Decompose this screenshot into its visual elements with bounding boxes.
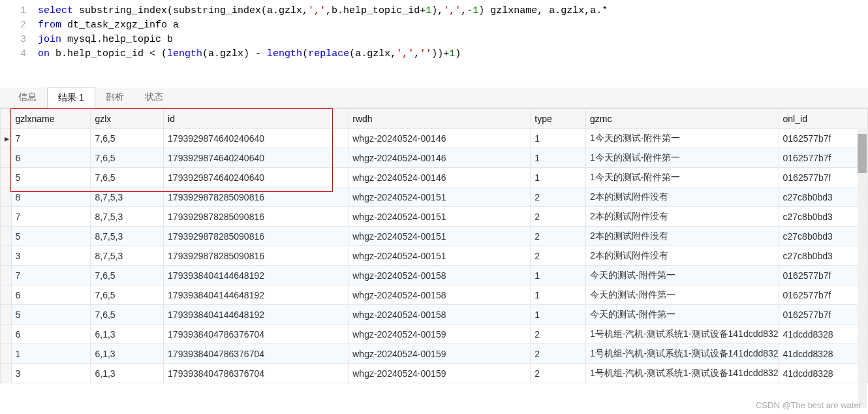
cell-gzlx[interactable]: 6,1,3 (91, 364, 164, 383)
cell-gzlx[interactable]: 6,1,3 (91, 344, 164, 364)
column-header-gzmc[interactable]: gzmc (585, 109, 779, 129)
cell-type[interactable]: 1 (531, 285, 586, 305)
cell-rwdh[interactable]: whgz-20240524-00158 (349, 266, 531, 285)
cell-type[interactable]: 2 (531, 187, 586, 207)
cell-rwdh[interactable]: whgz-20240524-00159 (349, 344, 531, 364)
cell-onl_id[interactable]: 0162577b7f (779, 305, 867, 325)
cell-gzmc[interactable]: 1号机组-汽机-测试系统1-测试设备141dcdd8328 (585, 344, 779, 364)
cell-gzlxname[interactable]: 5 (11, 305, 91, 325)
cell-gzmc[interactable]: 2本的测试附件没有 (585, 187, 779, 207)
cell-gzlx[interactable]: 8,7,5,3 (91, 227, 164, 246)
cell-gzlx[interactable]: 7,6,5 (91, 168, 164, 187)
vertical-scrollbar[interactable] (858, 127, 867, 408)
row-handle[interactable] (1, 285, 12, 305)
column-header-gzlxname[interactable]: gzlxname (11, 109, 91, 129)
cell-gzlxname[interactable]: 5 (11, 227, 91, 246)
cell-gzmc[interactable]: 今天的测试-附件第一 (585, 305, 779, 325)
code-line[interactable]: 2from dt_task_zxgz_info a (0, 18, 868, 33)
code-content[interactable]: join mysql.help_topic b (38, 33, 173, 47)
cell-gzlxname[interactable]: 6 (11, 148, 91, 168)
cell-rwdh[interactable]: whgz-20240524-00146 (349, 148, 531, 168)
cell-rwdh[interactable]: whgz-20240524-00151 (349, 246, 531, 266)
table-row[interactable]: 57,6,51793938404144648192whgz-20240524-0… (1, 305, 868, 325)
cell-rwdh[interactable]: whgz-20240524-00159 (349, 364, 531, 383)
cell-onl_id[interactable]: 0162577b7f (779, 129, 867, 148)
row-handle[interactable] (1, 187, 12, 207)
cell-id[interactable]: 1793929878285090816 (164, 207, 349, 227)
tab-1[interactable]: 结果 1 (47, 88, 95, 108)
row-handle[interactable] (1, 148, 12, 168)
scrollbar-thumb[interactable] (858, 134, 867, 173)
cell-onl_id[interactable]: 0162577b7f (779, 148, 867, 168)
cell-id[interactable]: 1793929874640240640 (164, 148, 349, 168)
cell-rwdh[interactable]: whgz-20240524-00151 (349, 227, 531, 246)
cell-gzmc[interactable]: 今天的测试-附件第一 (585, 285, 779, 305)
table-row[interactable]: ▸77,6,51793929874640240640whgz-20240524-… (1, 129, 868, 148)
table-row[interactable]: 67,6,51793938404144648192whgz-20240524-0… (1, 285, 868, 305)
cell-id[interactable]: 1793929878285090816 (164, 187, 349, 207)
column-header-rwdh[interactable]: rwdh (349, 109, 531, 129)
table-row[interactable]: 67,6,51793929874640240640whgz-20240524-0… (1, 148, 868, 168)
code-line[interactable]: 4on b.help_topic_id < (length(a.gzlx) - … (0, 47, 868, 61)
cell-type[interactable]: 1 (531, 148, 586, 168)
cell-id[interactable]: 1793929878285090816 (164, 227, 349, 246)
cell-type[interactable]: 2 (531, 227, 586, 246)
cell-type[interactable]: 2 (531, 344, 586, 364)
code-content[interactable]: from dt_task_zxgz_info a (38, 18, 179, 33)
cell-onl_id[interactable]: 0162577b7f (779, 285, 867, 305)
cell-gzlx[interactable]: 7,6,5 (91, 266, 164, 285)
cell-gzlx[interactable]: 7,6,5 (91, 305, 164, 325)
cell-id[interactable]: 1793938404786376704 (164, 364, 349, 383)
table-row[interactable]: 88,7,5,31793929878285090816whgz-20240524… (1, 187, 868, 207)
sql-editor[interactable]: 1select substring_index(substring_index(… (0, 0, 868, 88)
code-content[interactable]: select substring_index(substring_index(a… (38, 4, 608, 18)
cell-type[interactable]: 1 (531, 168, 586, 187)
cell-gzlxname[interactable]: 6 (11, 325, 91, 344)
column-header-type[interactable]: type (531, 109, 586, 129)
cell-rwdh[interactable]: whgz-20240524-00159 (349, 325, 531, 344)
code-line[interactable]: 3join mysql.help_topic b (0, 33, 868, 47)
row-handle[interactable] (1, 246, 12, 266)
table-row[interactable]: 58,7,5,31793929878285090816whgz-20240524… (1, 227, 868, 246)
cell-gzlx[interactable]: 7,6,5 (91, 285, 164, 305)
cell-gzlx[interactable]: 8,7,5,3 (91, 187, 164, 207)
cell-gzlx[interactable]: 8,7,5,3 (91, 207, 164, 227)
row-handle[interactable] (1, 207, 12, 227)
cell-gzlxname[interactable]: 7 (11, 129, 91, 148)
table-row[interactable]: 78,7,5,31793929878285090816whgz-20240524… (1, 207, 868, 227)
code-content[interactable]: on b.help_topic_id < (length(a.gzlx) - l… (38, 47, 461, 61)
cell-gzmc[interactable]: 1今天的测试-附件第一 (585, 168, 779, 187)
cell-rwdh[interactable]: whgz-20240524-00158 (349, 285, 531, 305)
cell-rwdh[interactable]: whgz-20240524-00158 (349, 305, 531, 325)
cell-gzlx[interactable]: 6,1,3 (91, 325, 164, 344)
cell-onl_id[interactable]: c27c8b0bd3 (779, 227, 867, 246)
cell-onl_id[interactable]: 0162577b7f (779, 168, 867, 187)
row-handle[interactable] (1, 168, 12, 187)
row-handle[interactable] (1, 266, 12, 285)
cell-type[interactable]: 2 (531, 364, 586, 383)
cell-onl_id[interactable]: c27c8b0bd3 (779, 246, 867, 266)
row-handle[interactable] (1, 364, 12, 383)
cell-gzlx[interactable]: 7,6,5 (91, 148, 164, 168)
cell-id[interactable]: 1793938404144648192 (164, 285, 349, 305)
cell-onl_id[interactable]: c27c8b0bd3 (779, 207, 867, 227)
cell-onl_id[interactable]: 41dcdd8328 (779, 344, 867, 364)
cell-gzlxname[interactable]: 1 (11, 344, 91, 364)
cell-gzmc[interactable]: 1号机组-汽机-测试系统1-测试设备141dcdd8328 (585, 364, 779, 383)
cell-onl_id[interactable]: c27c8b0bd3 (779, 187, 867, 207)
cell-gzmc[interactable]: 1今天的测试-附件第一 (585, 129, 779, 148)
cell-gzmc[interactable]: 1今天的测试-附件第一 (585, 148, 779, 168)
code-line[interactable]: 1select substring_index(substring_index(… (0, 4, 868, 18)
cell-onl_id[interactable]: 0162577b7f (779, 266, 867, 285)
cell-gzlxname[interactable]: 5 (11, 168, 91, 187)
cell-type[interactable]: 1 (531, 129, 586, 148)
cell-id[interactable]: 1793938404786376704 (164, 325, 349, 344)
cell-id[interactable]: 1793929878285090816 (164, 246, 349, 266)
cell-gzlx[interactable]: 7,6,5 (91, 129, 164, 148)
cell-type[interactable]: 1 (531, 266, 586, 285)
table-row[interactable]: 16,1,31793938404786376704whgz-20240524-0… (1, 344, 868, 364)
table-row[interactable]: 57,6,51793929874640240640whgz-20240524-0… (1, 168, 868, 187)
cell-id[interactable]: 1793938404786376704 (164, 344, 349, 364)
cell-gzlxname[interactable]: 7 (11, 207, 91, 227)
cell-id[interactable]: 1793929874640240640 (164, 129, 349, 148)
